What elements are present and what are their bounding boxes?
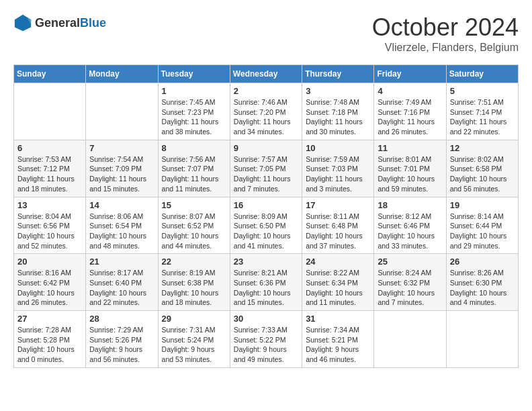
- calendar-cell: 22Sunrise: 8:19 AM Sunset: 6:38 PM Dayli…: [158, 254, 230, 311]
- day-number: 3: [306, 86, 370, 96]
- calendar-week-row: 6Sunrise: 7:53 AM Sunset: 7:12 PM Daylig…: [14, 140, 519, 197]
- day-number: 22: [162, 257, 226, 267]
- day-number: 27: [17, 314, 82, 324]
- day-number: 4: [378, 86, 442, 96]
- cell-sunrise-sunset-daylight: Sunrise: 7:57 AM Sunset: 7:05 PM Dayligh…: [234, 154, 298, 194]
- cell-sunrise-sunset-daylight: Sunrise: 7:59 AM Sunset: 7:03 PM Dayligh…: [306, 154, 370, 194]
- cell-sunrise-sunset-daylight: Sunrise: 7:51 AM Sunset: 7:14 PM Dayligh…: [450, 97, 515, 137]
- calendar-week-row: 20Sunrise: 8:16 AM Sunset: 6:42 PM Dayli…: [14, 254, 519, 311]
- calendar-cell: 20Sunrise: 8:16 AM Sunset: 6:42 PM Dayli…: [14, 254, 86, 311]
- day-number: 9: [234, 143, 298, 153]
- cell-sunrise-sunset-daylight: Sunrise: 8:06 AM Sunset: 6:54 PM Dayligh…: [89, 212, 154, 251]
- logo-icon: [13, 13, 32, 32]
- calendar-cell: 28Sunrise: 7:29 AM Sunset: 5:26 PM Dayli…: [86, 311, 158, 368]
- cell-sunrise-sunset-daylight: Sunrise: 7:54 AM Sunset: 7:09 PM Dayligh…: [89, 154, 154, 194]
- calendar-cell: 13Sunrise: 8:04 AM Sunset: 6:56 PM Dayli…: [14, 197, 86, 254]
- calendar-cell: 3Sunrise: 7:48 AM Sunset: 7:18 PM Daylig…: [302, 83, 374, 140]
- svg-marker-0: [15, 15, 31, 31]
- calendar-cell: 4Sunrise: 7:49 AM Sunset: 7:16 PM Daylig…: [374, 83, 446, 140]
- day-number: 25: [378, 257, 442, 267]
- calendar-week-row: 1Sunrise: 7:45 AM Sunset: 7:23 PM Daylig…: [14, 83, 519, 140]
- calendar-cell: 21Sunrise: 8:17 AM Sunset: 6:40 PM Dayli…: [86, 254, 158, 311]
- cell-sunrise-sunset-daylight: Sunrise: 7:56 AM Sunset: 7:07 PM Dayligh…: [162, 154, 226, 194]
- logo-text-blue: Blue: [80, 16, 106, 30]
- cell-sunrise-sunset-daylight: Sunrise: 8:11 AM Sunset: 6:48 PM Dayligh…: [306, 212, 370, 251]
- calendar-cell: 2Sunrise: 7:46 AM Sunset: 7:20 PM Daylig…: [230, 83, 302, 140]
- day-number: 12: [450, 143, 515, 153]
- day-number: 15: [162, 200, 226, 210]
- day-number: 24: [306, 257, 370, 267]
- calendar-week-row: 27Sunrise: 7:28 AM Sunset: 5:28 PM Dayli…: [14, 311, 519, 368]
- day-number: 28: [89, 314, 154, 324]
- day-number: 5: [450, 86, 515, 96]
- day-number: 18: [378, 200, 442, 210]
- day-number: 8: [162, 143, 226, 153]
- cell-sunrise-sunset-daylight: Sunrise: 7:46 AM Sunset: 7:20 PM Dayligh…: [234, 97, 298, 137]
- day-number: 20: [17, 257, 82, 267]
- calendar-cell: 29Sunrise: 7:31 AM Sunset: 5:24 PM Dayli…: [158, 311, 230, 368]
- calendar-cell: 31Sunrise: 7:34 AM Sunset: 5:21 PM Dayli…: [302, 311, 374, 368]
- calendar-cell: 9Sunrise: 7:57 AM Sunset: 7:05 PM Daylig…: [230, 140, 302, 197]
- cell-sunrise-sunset-daylight: Sunrise: 7:53 AM Sunset: 7:12 PM Dayligh…: [17, 154, 82, 194]
- weekday-header: Wednesday: [230, 65, 302, 83]
- day-number: 14: [89, 200, 154, 210]
- calendar-cell: [86, 83, 158, 140]
- calendar-cell: 17Sunrise: 8:11 AM Sunset: 6:48 PM Dayli…: [302, 197, 374, 254]
- cell-sunrise-sunset-daylight: Sunrise: 7:45 AM Sunset: 7:23 PM Dayligh…: [162, 97, 226, 137]
- cell-sunrise-sunset-daylight: Sunrise: 7:48 AM Sunset: 7:18 PM Dayligh…: [306, 97, 370, 137]
- cell-sunrise-sunset-daylight: Sunrise: 8:21 AM Sunset: 6:36 PM Dayligh…: [234, 268, 298, 308]
- cell-sunrise-sunset-daylight: Sunrise: 8:02 AM Sunset: 6:58 PM Dayligh…: [450, 154, 515, 194]
- day-number: 30: [234, 314, 298, 324]
- calendar-week-row: 13Sunrise: 8:04 AM Sunset: 6:56 PM Dayli…: [14, 197, 519, 254]
- weekday-header: Tuesday: [158, 65, 230, 83]
- weekday-header-row: SundayMondayTuesdayWednesdayThursdayFrid…: [14, 65, 519, 83]
- cell-sunrise-sunset-daylight: Sunrise: 8:09 AM Sunset: 6:50 PM Dayligh…: [234, 212, 298, 251]
- title-section: October 2024 Vlierzele, Flanders, Belgiu…: [372, 13, 519, 54]
- calendar-cell: 24Sunrise: 8:22 AM Sunset: 6:34 PM Dayli…: [302, 254, 374, 311]
- cell-sunrise-sunset-daylight: Sunrise: 7:33 AM Sunset: 5:22 PM Dayligh…: [234, 325, 298, 365]
- calendar-table: SundayMondayTuesdayWednesdayThursdayFrid…: [13, 64, 519, 368]
- weekday-header: Sunday: [14, 65, 86, 83]
- page-header: GeneralBlue October 2024 Vlierzele, Flan…: [13, 13, 519, 54]
- calendar-cell: 1Sunrise: 7:45 AM Sunset: 7:23 PM Daylig…: [158, 83, 230, 140]
- cell-sunrise-sunset-daylight: Sunrise: 7:28 AM Sunset: 5:28 PM Dayligh…: [17, 325, 82, 365]
- cell-sunrise-sunset-daylight: Sunrise: 8:01 AM Sunset: 7:01 PM Dayligh…: [378, 154, 442, 194]
- day-number: 10: [306, 143, 370, 153]
- cell-sunrise-sunset-daylight: Sunrise: 7:49 AM Sunset: 7:16 PM Dayligh…: [378, 97, 442, 137]
- logo-text-general: General: [35, 16, 80, 30]
- day-number: 11: [378, 143, 442, 153]
- month-title: October 2024: [372, 13, 519, 42]
- calendar-cell: 5Sunrise: 7:51 AM Sunset: 7:14 PM Daylig…: [446, 83, 518, 140]
- day-number: 13: [17, 200, 82, 210]
- day-number: 17: [306, 200, 370, 210]
- calendar-cell: 7Sunrise: 7:54 AM Sunset: 7:09 PM Daylig…: [86, 140, 158, 197]
- cell-sunrise-sunset-daylight: Sunrise: 8:19 AM Sunset: 6:38 PM Dayligh…: [162, 268, 226, 308]
- calendar-cell: [374, 311, 446, 368]
- calendar-cell: 14Sunrise: 8:06 AM Sunset: 6:54 PM Dayli…: [86, 197, 158, 254]
- cell-sunrise-sunset-daylight: Sunrise: 8:12 AM Sunset: 6:46 PM Dayligh…: [378, 212, 442, 251]
- weekday-header: Friday: [374, 65, 446, 83]
- calendar-cell: [14, 83, 86, 140]
- logo: GeneralBlue: [13, 13, 106, 32]
- day-number: 21: [89, 257, 154, 267]
- cell-sunrise-sunset-daylight: Sunrise: 7:34 AM Sunset: 5:21 PM Dayligh…: [306, 325, 370, 365]
- calendar-cell: 10Sunrise: 7:59 AM Sunset: 7:03 PM Dayli…: [302, 140, 374, 197]
- calendar-cell: 12Sunrise: 8:02 AM Sunset: 6:58 PM Dayli…: [446, 140, 518, 197]
- day-number: 31: [306, 314, 370, 324]
- cell-sunrise-sunset-daylight: Sunrise: 8:17 AM Sunset: 6:40 PM Dayligh…: [89, 268, 154, 308]
- calendar-cell: 23Sunrise: 8:21 AM Sunset: 6:36 PM Dayli…: [230, 254, 302, 311]
- location: Vlierzele, Flanders, Belgium: [372, 42, 519, 54]
- calendar-cell: 26Sunrise: 8:26 AM Sunset: 6:30 PM Dayli…: [446, 254, 518, 311]
- calendar-cell: 27Sunrise: 7:28 AM Sunset: 5:28 PM Dayli…: [14, 311, 86, 368]
- cell-sunrise-sunset-daylight: Sunrise: 7:31 AM Sunset: 5:24 PM Dayligh…: [162, 325, 226, 365]
- cell-sunrise-sunset-daylight: Sunrise: 7:29 AM Sunset: 5:26 PM Dayligh…: [89, 325, 154, 365]
- weekday-header: Saturday: [446, 65, 518, 83]
- calendar-cell: 19Sunrise: 8:14 AM Sunset: 6:44 PM Dayli…: [446, 197, 518, 254]
- cell-sunrise-sunset-daylight: Sunrise: 8:16 AM Sunset: 6:42 PM Dayligh…: [17, 268, 82, 308]
- cell-sunrise-sunset-daylight: Sunrise: 8:26 AM Sunset: 6:30 PM Dayligh…: [450, 268, 515, 308]
- weekday-header: Thursday: [302, 65, 374, 83]
- day-number: 26: [450, 257, 515, 267]
- day-number: 16: [234, 200, 298, 210]
- day-number: 2: [234, 86, 298, 96]
- cell-sunrise-sunset-daylight: Sunrise: 8:07 AM Sunset: 6:52 PM Dayligh…: [162, 212, 226, 251]
